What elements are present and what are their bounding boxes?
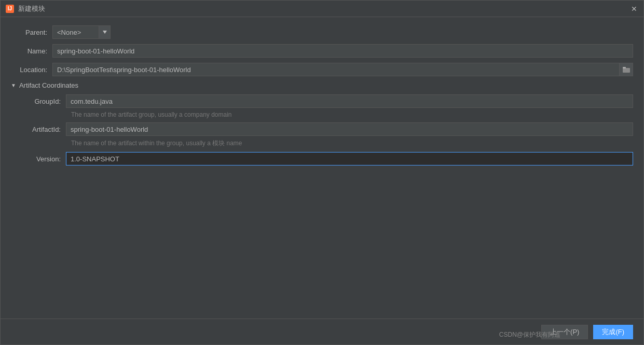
chevron-down-icon: [103, 31, 107, 34]
parent-dropdown-button[interactable]: [99, 25, 111, 39]
svg-marker-0: [103, 31, 107, 34]
groupid-label: GroupId:: [19, 98, 66, 105]
artifactid-row: ArtifactId:: [19, 122, 633, 136]
svg-rect-2: [623, 67, 626, 68]
name-row: Name:: [11, 44, 633, 58]
parent-row: Parent:: [11, 25, 633, 39]
groupid-hint: The name of the artifact group, usually …: [19, 110, 633, 122]
artifactid-input[interactable]: [66, 122, 633, 136]
finish-button[interactable]: 完成(F): [593, 325, 633, 339]
folder-icon: [623, 66, 630, 73]
artifact-section: ▼ Artifact Coordinates GroupId: The name…: [11, 81, 633, 165]
name-label: Name:: [11, 47, 52, 55]
artifact-section-header[interactable]: ▼ Artifact Coordinates: [11, 81, 633, 89]
footer: CSDN@保护我有阿遥 上一个(P) 完成(F): [1, 319, 643, 344]
version-label: Version:: [19, 155, 66, 163]
location-row: Location:: [11, 63, 633, 76]
name-input[interactable]: [52, 44, 633, 58]
close-button[interactable]: ✕: [630, 5, 638, 13]
title-bar: IJ 新建模块 ✕: [1, 1, 643, 17]
new-module-dialog: IJ 新建模块 ✕ Parent: Name: L: [0, 0, 644, 345]
artifact-section-title: Artifact Coordinates: [19, 81, 78, 89]
watermark: CSDN@保护我有阿遥: [499, 330, 560, 339]
artifactid-label: ArtifactId:: [19, 126, 66, 133]
groupid-input[interactable]: [66, 94, 633, 108]
svg-rect-1: [623, 68, 630, 73]
groupid-row: GroupId:: [19, 94, 633, 108]
browse-folder-button[interactable]: [620, 63, 633, 76]
location-field-group: [52, 63, 633, 76]
section-collapse-arrow: ▼: [11, 82, 16, 88]
dialog-title: 新建模块: [18, 4, 45, 13]
parent-input[interactable]: [52, 25, 99, 39]
parent-field-group: [52, 25, 111, 39]
parent-label: Parent:: [11, 29, 52, 36]
version-row: Version:: [19, 152, 633, 165]
title-bar-left: IJ 新建模块: [6, 4, 45, 13]
location-label: Location:: [11, 66, 52, 74]
dialog-content: Parent: Name: Location:: [1, 17, 643, 319]
app-icon: IJ: [6, 5, 14, 13]
location-input[interactable]: [52, 63, 620, 76]
artifact-fields: GroupId: The name of the artifact group,…: [11, 94, 633, 165]
version-input[interactable]: [66, 152, 633, 165]
artifactid-hint: The name of the artifact within the grou…: [19, 138, 633, 152]
